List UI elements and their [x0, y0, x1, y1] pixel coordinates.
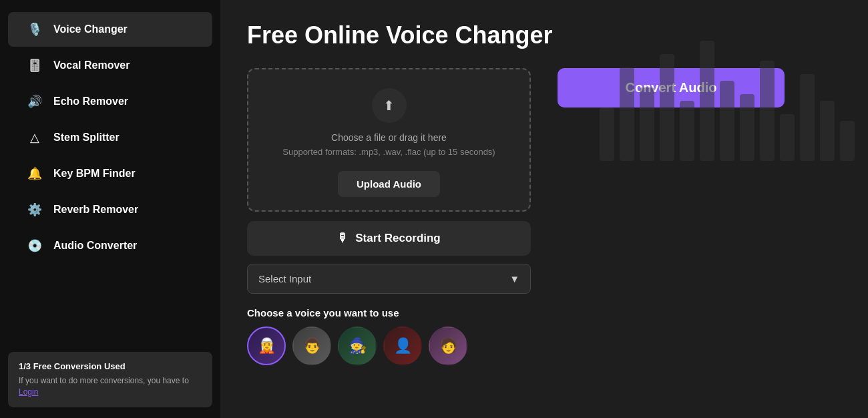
voice-avatar-v4[interactable]: 👤 [383, 327, 422, 365]
voice-avatars-container: 🧝👨🧙👤🧑 [247, 327, 531, 365]
sidebar-label-echo-remover: Echo Remover [53, 95, 128, 108]
waveform-bar-6 [720, 81, 734, 161]
waveform-bar-8 [760, 61, 775, 161]
voice-avatar-v5[interactable]: 🧑 [429, 327, 467, 365]
sidebar-item-vocal-remover[interactable]: 🎚️ Vocal Remover [8, 48, 212, 83]
sidebar-label-key-bpm-finder: Key BPM Finder [53, 168, 136, 180]
sidebar-item-key-bpm-finder[interactable]: 🔔 Key BPM Finder [8, 156, 212, 191]
upload-hint: Choose a file or drag it here [262, 132, 516, 143]
waveform-bar-7 [740, 94, 754, 161]
sidebar-label-stem-splitter: Stem Splitter [53, 132, 120, 144]
sidebar-item-reverb-remover[interactable]: ⚙️ Reverb Remover [8, 192, 212, 227]
audio-converter-icon: 💿 [27, 238, 43, 254]
upload-audio-button[interactable]: Upload Audio [338, 171, 440, 197]
waveform-bar-0 [600, 108, 614, 161]
left-panel: ⬆ Choose a file or drag it here Supporte… [247, 68, 531, 365]
sidebar-item-audio-converter[interactable]: 💿 Audio Converter [8, 228, 212, 263]
sidebar-label-audio-converter: Audio Converter [53, 240, 137, 252]
waveform-bar-3 [660, 54, 674, 161]
sidebar-label-reverb-remover: Reverb Remover [53, 204, 138, 216]
select-input-dropdown[interactable]: Select Input ▼ [247, 264, 531, 294]
sidebar-label-vocal-remover: Vocal Remover [53, 59, 130, 71]
main-content: Free Online Voice Changer ⬆ Choose a fil… [220, 0, 868, 418]
waveform-bar-2 [640, 87, 654, 161]
waveform-bar-9 [780, 114, 795, 161]
upload-zone[interactable]: ⬆ Choose a file or drag it here Supporte… [247, 68, 531, 212]
waveform-bar-10 [800, 74, 815, 161]
conversion-count: 1/3 Free Conversion Used [19, 361, 202, 371]
waveform-bar-12 [840, 121, 855, 161]
sidebar-label-voice-changer: Voice Changer [53, 23, 128, 35]
waveform-bar-4 [680, 101, 694, 161]
sidebar-item-stem-splitter[interactable]: △ Stem Splitter [8, 120, 212, 155]
sidebar-item-echo-remover[interactable]: 🔊 Echo Remover [8, 84, 212, 119]
upload-icon: ⬆ [383, 97, 395, 114]
conversion-message: If you want to do more conversions, you … [19, 375, 202, 398]
conversion-info: 1/3 Free Conversion Used If you want to … [8, 352, 212, 407]
sidebar: 🎙️ Voice Changer 🎚️ Vocal Remover 🔊 Echo… [0, 0, 220, 418]
microphone-icon: 🎙 [337, 232, 349, 245]
upload-formats: Supported formats: .mp3, .wav, .flac (up… [262, 146, 516, 159]
waveform-bar-5 [700, 41, 714, 161]
reverb-remover-icon: ⚙️ [27, 202, 43, 218]
login-link[interactable]: Login [19, 387, 38, 397]
voice-section-label: Choose a voice you want to use [247, 307, 531, 319]
echo-remover-icon: 🔊 [27, 93, 43, 110]
voice-avatar-v3[interactable]: 🧙 [338, 327, 377, 365]
waveform-decoration [600, 41, 855, 161]
right-panel: Convert Audio [558, 68, 841, 121]
waveform-bar-11 [820, 101, 835, 161]
vocal-remover-icon: 🎚️ [27, 57, 43, 73]
start-recording-button[interactable]: 🎙 Start Recording [247, 221, 531, 256]
chevron-down-icon: ▼ [509, 273, 519, 284]
upload-icon-circle: ⬆ [372, 88, 407, 123]
select-input-label: Select Input [258, 273, 311, 284]
key-bpm-finder-icon: 🔔 [27, 166, 43, 182]
voice-avatar-v2[interactable]: 👨 [292, 327, 331, 365]
voice-changer-icon: 🎙️ [27, 21, 43, 37]
voice-avatar-v1[interactable]: 🧝 [247, 327, 286, 365]
waveform-bar-1 [620, 67, 634, 161]
stem-splitter-icon: △ [27, 130, 43, 146]
sidebar-item-voice-changer[interactable]: 🎙️ Voice Changer [8, 12, 212, 47]
